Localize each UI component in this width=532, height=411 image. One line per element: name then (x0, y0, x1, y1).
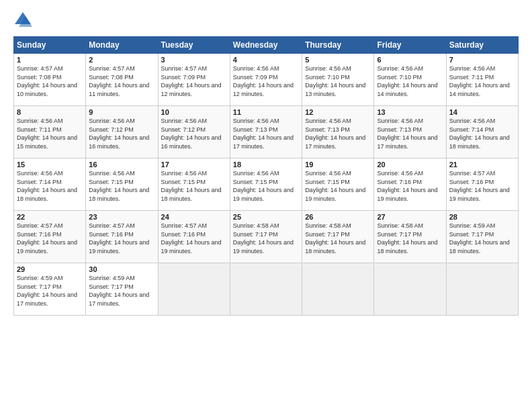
calendar-cell: 12Sunrise: 4:56 AMSunset: 7:13 PMDayligh… (302, 106, 374, 158)
calendar-header-row: SundayMondayTuesdayWednesdayThursdayFrid… (14, 37, 519, 54)
col-header-saturday: Saturday (446, 37, 518, 54)
day-info: Sunrise: 4:59 AMSunset: 7:17 PMDaylight:… (17, 275, 77, 307)
calendar-cell: 17Sunrise: 4:56 AMSunset: 7:15 PMDayligh… (158, 158, 230, 211)
col-header-monday: Monday (86, 37, 158, 54)
day-number: 27 (377, 213, 443, 221)
calendar-cell: 10Sunrise: 4:56 AMSunset: 7:12 PMDayligh… (158, 106, 230, 158)
day-info: Sunrise: 4:57 AMSunset: 7:08 PMDaylight:… (17, 65, 77, 97)
calendar-cell (446, 263, 518, 316)
day-number: 23 (89, 213, 154, 221)
day-number: 18 (233, 161, 299, 169)
col-header-thursday: Thursday (302, 37, 374, 54)
day-info: Sunrise: 4:56 AMSunset: 7:12 PMDaylight:… (89, 118, 149, 150)
calendar-cell: 2Sunrise: 4:57 AMSunset: 7:08 PMDaylight… (86, 54, 158, 106)
day-info: Sunrise: 4:58 AMSunset: 7:17 PMDaylight:… (233, 222, 294, 255)
col-header-sunday: Sunday (14, 37, 86, 54)
calendar-cell: 15Sunrise: 4:56 AMSunset: 7:14 PMDayligh… (14, 158, 86, 211)
day-info: Sunrise: 4:59 AMSunset: 7:17 PMDaylight:… (449, 222, 510, 255)
calendar-cell (158, 263, 230, 316)
calendar-cell: 6Sunrise: 4:56 AMSunset: 7:10 PMDaylight… (374, 54, 446, 106)
day-info: Sunrise: 4:56 AMSunset: 7:11 PMDaylight:… (17, 118, 77, 150)
calendar-cell: 30Sunrise: 4:59 AMSunset: 7:17 PMDayligh… (86, 263, 158, 316)
day-info: Sunrise: 4:58 AMSunset: 7:17 PMDaylight:… (377, 222, 437, 255)
calendar-cell: 13Sunrise: 4:56 AMSunset: 7:13 PMDayligh… (374, 106, 446, 158)
day-info: Sunrise: 4:56 AMSunset: 7:15 PMDaylight:… (233, 170, 294, 202)
logo-icon (13, 11, 32, 30)
calendar-cell: 5Sunrise: 4:56 AMSunset: 7:10 PMDaylight… (302, 54, 374, 106)
calendar-cell: 16Sunrise: 4:56 AMSunset: 7:15 PMDayligh… (86, 158, 158, 211)
calendar-week-row: 15Sunrise: 4:56 AMSunset: 7:14 PMDayligh… (14, 158, 519, 211)
day-number: 1 (17, 56, 83, 64)
day-number: 4 (233, 56, 299, 64)
day-info: Sunrise: 4:57 AMSunset: 7:08 PMDaylight:… (89, 65, 149, 97)
day-number: 9 (89, 108, 154, 116)
day-number: 26 (305, 213, 371, 221)
calendar-cell: 1Sunrise: 4:57 AMSunset: 7:08 PMDaylight… (14, 54, 86, 106)
day-info: Sunrise: 4:56 AMSunset: 7:16 PMDaylight:… (377, 170, 437, 202)
day-info: Sunrise: 4:57 AMSunset: 7:09 PMDaylight:… (161, 65, 222, 97)
day-number: 19 (305, 161, 371, 169)
day-info: Sunrise: 4:56 AMSunset: 7:15 PMDaylight:… (89, 170, 149, 202)
day-info: Sunrise: 4:56 AMSunset: 7:15 PMDaylight:… (161, 170, 222, 202)
day-number: 21 (449, 161, 515, 169)
day-number: 20 (377, 161, 443, 169)
calendar-cell: 4Sunrise: 4:56 AMSunset: 7:09 PMDaylight… (230, 54, 302, 106)
calendar-week-row: 22Sunrise: 4:57 AMSunset: 7:16 PMDayligh… (14, 211, 519, 263)
calendar-cell: 20Sunrise: 4:56 AMSunset: 7:16 PMDayligh… (374, 158, 446, 211)
day-info: Sunrise: 4:56 AMSunset: 7:10 PMDaylight:… (305, 65, 365, 97)
day-number: 8 (17, 108, 83, 116)
day-number: 6 (377, 56, 443, 64)
day-number: 2 (89, 56, 154, 64)
calendar-cell: 18Sunrise: 4:56 AMSunset: 7:15 PMDayligh… (230, 158, 302, 211)
day-info: Sunrise: 4:56 AMSunset: 7:14 PMDaylight:… (17, 170, 77, 202)
calendar-cell: 8Sunrise: 4:56 AMSunset: 7:11 PMDaylight… (14, 106, 86, 158)
day-number: 29 (17, 265, 83, 273)
calendar-cell: 21Sunrise: 4:57 AMSunset: 7:16 PMDayligh… (446, 158, 518, 211)
day-number: 11 (233, 108, 299, 116)
day-number: 10 (161, 108, 227, 116)
calendar-cell: 27Sunrise: 4:58 AMSunset: 7:17 PMDayligh… (374, 211, 446, 263)
calendar: SundayMondayTuesdayWednesdayThursdayFrid… (13, 36, 519, 316)
header (13, 11, 519, 30)
day-number: 22 (17, 213, 83, 221)
calendar-cell: 29Sunrise: 4:59 AMSunset: 7:17 PMDayligh… (14, 263, 86, 316)
day-number: 30 (89, 265, 154, 273)
day-number: 7 (449, 56, 515, 64)
day-info: Sunrise: 4:56 AMSunset: 7:10 PMDaylight:… (377, 65, 437, 97)
day-number: 15 (17, 161, 83, 169)
day-info: Sunrise: 4:58 AMSunset: 7:17 PMDaylight:… (305, 222, 365, 255)
calendar-cell (230, 263, 302, 316)
day-number: 13 (377, 108, 443, 116)
day-number: 25 (233, 213, 299, 221)
day-number: 16 (89, 161, 154, 169)
calendar-cell: 24Sunrise: 4:57 AMSunset: 7:16 PMDayligh… (158, 211, 230, 263)
day-info: Sunrise: 4:56 AMSunset: 7:14 PMDaylight:… (449, 118, 510, 150)
day-info: Sunrise: 4:57 AMSunset: 7:16 PMDaylight:… (449, 170, 510, 202)
day-info: Sunrise: 4:56 AMSunset: 7:13 PMDaylight:… (233, 118, 294, 150)
day-info: Sunrise: 4:57 AMSunset: 7:16 PMDaylight:… (17, 222, 77, 255)
col-header-tuesday: Tuesday (158, 37, 230, 54)
col-header-wednesday: Wednesday (230, 37, 302, 54)
day-number: 17 (161, 161, 227, 169)
day-info: Sunrise: 4:56 AMSunset: 7:12 PMDaylight:… (161, 118, 222, 150)
calendar-cell (374, 263, 446, 316)
day-number: 14 (449, 108, 515, 116)
day-number: 24 (161, 213, 227, 221)
day-info: Sunrise: 4:56 AMSunset: 7:13 PMDaylight:… (305, 118, 365, 150)
day-info: Sunrise: 4:56 AMSunset: 7:11 PMDaylight:… (449, 65, 510, 97)
calendar-cell: 7Sunrise: 4:56 AMSunset: 7:11 PMDaylight… (446, 54, 518, 106)
logo (13, 11, 35, 30)
day-info: Sunrise: 4:56 AMSunset: 7:13 PMDaylight:… (377, 118, 437, 150)
day-info: Sunrise: 4:56 AMSunset: 7:09 PMDaylight:… (233, 65, 294, 97)
day-info: Sunrise: 4:57 AMSunset: 7:16 PMDaylight:… (89, 222, 149, 255)
calendar-cell: 23Sunrise: 4:57 AMSunset: 7:16 PMDayligh… (86, 211, 158, 263)
calendar-cell: 11Sunrise: 4:56 AMSunset: 7:13 PMDayligh… (230, 106, 302, 158)
calendar-cell: 26Sunrise: 4:58 AMSunset: 7:17 PMDayligh… (302, 211, 374, 263)
day-info: Sunrise: 4:56 AMSunset: 7:15 PMDaylight:… (305, 170, 365, 202)
calendar-cell: 22Sunrise: 4:57 AMSunset: 7:16 PMDayligh… (14, 211, 86, 263)
day-info: Sunrise: 4:57 AMSunset: 7:16 PMDaylight:… (161, 222, 222, 255)
calendar-cell: 9Sunrise: 4:56 AMSunset: 7:12 PMDaylight… (86, 106, 158, 158)
calendar-cell (302, 263, 374, 316)
day-number: 28 (449, 213, 515, 221)
calendar-week-row: 8Sunrise: 4:56 AMSunset: 7:11 PMDaylight… (14, 106, 519, 158)
